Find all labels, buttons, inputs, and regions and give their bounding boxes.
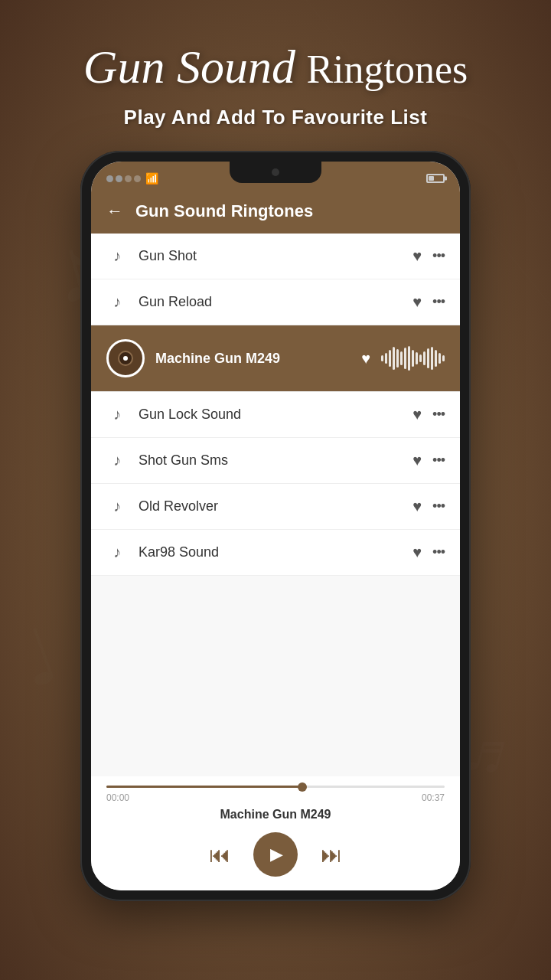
music-icon: ♪ <box>106 247 128 265</box>
favorite-button[interactable]: ♥ <box>412 498 422 515</box>
more-button[interactable]: ••• <box>432 498 445 514</box>
more-button[interactable]: ••• <box>432 407 445 423</box>
front-camera <box>272 168 279 176</box>
favorite-button[interactable]: ♥ <box>412 247 422 265</box>
status-right <box>422 174 445 183</box>
battery-fill <box>429 176 434 181</box>
time-row: 00:00 00:37 <box>106 792 445 803</box>
favorite-button[interactable]: ♥ <box>412 544 422 561</box>
ringtone-name: Shot Gun Sms <box>139 452 402 469</box>
forward-button[interactable]: ⏭ <box>321 842 342 867</box>
play-icon: ▶ <box>270 844 283 864</box>
music-icon: ♪ <box>106 498 128 515</box>
more-button[interactable]: ••• <box>432 294 445 310</box>
phone-notch <box>230 162 321 183</box>
favorite-button[interactable]: ♥ <box>412 293 422 311</box>
time-total: 00:37 <box>422 792 445 803</box>
phone-frame: 📶 45% ← Gun Sound Ringtones <box>80 151 471 901</box>
ringtone-list: ♪ Gun Shot ♥ ••• ♪ Gun Reload ♥ ••• <box>91 234 460 776</box>
main-content: Gun Sound Ringtones Play And Add To Favo… <box>0 0 551 980</box>
ringtone-item[interactable]: ♪ Shot Gun Sms ♥ ••• <box>91 438 460 484</box>
music-icon: ♪ <box>106 293 128 311</box>
ringtone-item-playing[interactable]: Machine Gun M249 ♥ <box>91 325 460 392</box>
ringtone-name-playing: Machine Gun M249 <box>155 351 350 367</box>
vinyl-icon <box>106 339 145 377</box>
app-title-text: Gun Sound Ringtones <box>83 38 468 95</box>
vinyl-center <box>123 356 128 361</box>
ringtone-item[interactable]: ♪ Gun Reload ♥ ••• <box>91 279 460 325</box>
progress-bar[interactable] <box>106 786 445 788</box>
wifi-icon: 📶 <box>145 172 158 185</box>
more-button[interactable]: ••• <box>432 452 445 469</box>
ringtone-name: Old Revolver <box>139 498 402 514</box>
ringtone-item[interactable]: ♪ Gun Lock Sound ♥ ••• <box>91 392 460 438</box>
phone-screen: ← Gun Sound Ringtones ♪ Gun Shot ♥ ••• ♪ <box>91 162 460 890</box>
play-pause-button[interactable]: ▶ <box>253 832 298 877</box>
time-current: 00:00 <box>106 792 129 803</box>
ringtone-item[interactable]: ♪ Gun Shot ♥ ••• <box>91 234 460 279</box>
waveform-icon <box>381 346 445 371</box>
favorite-button[interactable]: ♥ <box>412 406 422 423</box>
signal-strength <box>106 175 141 182</box>
back-button[interactable]: ← <box>106 201 123 221</box>
music-icon: ♪ <box>106 406 128 423</box>
rewind-button[interactable]: ⏮ <box>209 842 230 867</box>
ringtone-item[interactable]: ♪ Old Revolver ♥ ••• <box>91 484 460 530</box>
screen-title: Gun Sound Ringtones <box>135 201 313 221</box>
more-button[interactable]: ••• <box>432 544 445 560</box>
player-song-name: Machine Gun M249 <box>106 808 445 822</box>
ringtone-name: Gun Shot <box>139 248 402 264</box>
player-controls: ⏮ ▶ ⏭ <box>106 832 445 877</box>
status-left: 📶 <box>106 172 158 185</box>
progress-dot <box>298 782 307 792</box>
app-subtitle: Play And Add To Favourite List <box>124 106 428 129</box>
player-bar: 00:00 00:37 Machine Gun M249 ⏮ ▶ ⏭ <box>91 776 460 890</box>
battery-icon <box>426 174 445 183</box>
ringtone-item[interactable]: ♪ Kar98 Sound ♥ ••• <box>91 530 460 576</box>
progress-fill <box>106 786 302 788</box>
more-button[interactable]: ••• <box>432 248 445 264</box>
ringtone-name: Gun Lock Sound <box>139 407 402 423</box>
favorite-button[interactable]: ♥ <box>412 452 422 469</box>
ringtone-name: Kar98 Sound <box>139 544 402 560</box>
music-icon: ♪ <box>106 544 128 561</box>
ringtone-name: Gun Reload <box>139 294 402 310</box>
screen-content: ♪ Gun Shot ♥ ••• ♪ Gun Reload ♥ ••• <box>91 234 460 890</box>
favorite-button-playing[interactable]: ♥ <box>361 350 370 368</box>
app-title-block: Gun Sound Ringtones <box>83 38 468 95</box>
music-icon: ♪ <box>106 452 128 469</box>
vinyl-inner <box>118 351 133 366</box>
